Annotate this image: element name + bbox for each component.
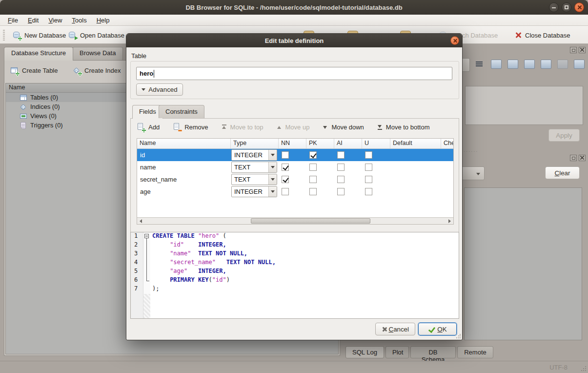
column-header-u[interactable]: U xyxy=(362,139,390,148)
dock-float-icon[interactable] xyxy=(570,47,577,53)
menu-help[interactable]: Help xyxy=(92,15,115,25)
default-cell[interactable] xyxy=(390,186,441,198)
u-checkbox-age[interactable] xyxy=(365,188,372,195)
window-titlebar[interactable]: DB Browser for SQLite - /home/user/code/… xyxy=(0,0,588,15)
move-up-button[interactable]: Move up xyxy=(277,124,310,131)
pk-checkbox-secret-name[interactable] xyxy=(309,176,317,183)
default-cell[interactable] xyxy=(390,173,441,186)
check-cell[interactable] xyxy=(441,161,454,173)
close-icon[interactable] xyxy=(574,2,584,12)
u-checkbox-id[interactable] xyxy=(365,151,372,159)
field-name-cell[interactable]: id xyxy=(137,149,231,161)
field-row-id[interactable]: idINTEGER xyxy=(137,149,453,161)
default-cell[interactable] xyxy=(390,149,441,161)
nn-checkbox-age[interactable] xyxy=(282,188,289,195)
column-header-name[interactable]: Name xyxy=(137,139,231,148)
fields-grid-hscrollbar[interactable] xyxy=(137,217,453,224)
new-database-button[interactable]: New Database xyxy=(13,29,66,41)
ai-checkbox-name[interactable] xyxy=(337,164,345,171)
u-checkbox-secret-name[interactable] xyxy=(365,176,372,183)
move-to-top-button[interactable]: Move to top xyxy=(222,124,264,131)
table-name-input[interactable]: hero xyxy=(136,67,452,80)
nn-checkbox-id[interactable] xyxy=(282,151,289,159)
ok-button[interactable]: OK xyxy=(418,323,457,335)
scrollbar-handle[interactable] xyxy=(251,218,370,224)
field-row-secret-name[interactable]: secret_nameTEXT xyxy=(137,173,453,186)
toolbar-drag-handle[interactable] xyxy=(3,30,5,41)
fold-collapse-icon[interactable] xyxy=(144,234,149,238)
check-cell[interactable] xyxy=(441,173,454,186)
clear-log-button[interactable]: Clear xyxy=(545,166,580,179)
ai-checkbox-id[interactable] xyxy=(337,151,345,159)
menu-edit[interactable]: Edit xyxy=(23,15,43,25)
menu-file[interactable]: File xyxy=(3,15,23,25)
move-down-button[interactable]: Move down xyxy=(323,124,364,131)
fold-marker[interactable] xyxy=(143,232,150,241)
minimize-icon[interactable] xyxy=(549,2,559,12)
set-null-icon[interactable] xyxy=(557,60,568,69)
menu-tools[interactable]: Tools xyxy=(67,15,91,25)
nn-checkbox-name[interactable] xyxy=(282,164,289,171)
pk-checkbox-id[interactable] xyxy=(309,151,317,159)
pk-checkbox-age[interactable] xyxy=(309,188,317,195)
check-cell[interactable] xyxy=(441,186,454,198)
advanced-toggle-button[interactable]: Advanced xyxy=(136,83,183,96)
print-icon[interactable] xyxy=(574,60,585,69)
move-to-bottom-button[interactable]: Move to bottom xyxy=(377,124,430,131)
field-row-age[interactable]: ageINTEGER xyxy=(137,186,453,198)
open-file-icon[interactable] xyxy=(491,60,502,69)
ai-checkbox-secret-name[interactable] xyxy=(337,176,345,183)
link-icon[interactable] xyxy=(541,60,551,69)
column-header-ai[interactable]: AI xyxy=(334,139,362,148)
menu-view[interactable]: View xyxy=(43,15,67,25)
nn-checkbox-secret-name[interactable] xyxy=(282,176,289,183)
dock-float-icon[interactable] xyxy=(570,155,577,161)
word-wrap-icon[interactable] xyxy=(474,60,485,69)
save-file-icon[interactable] xyxy=(507,60,518,69)
tab-sql-log[interactable]: SQL Log xyxy=(345,346,384,358)
column-header-pk[interactable]: PK xyxy=(306,139,334,148)
tab-browse-data[interactable]: Browse Data xyxy=(72,47,123,60)
check-cell[interactable] xyxy=(441,149,454,161)
dialog-resize-grip[interactable] xyxy=(456,333,461,338)
field-row-name[interactable]: nameTEXT xyxy=(137,161,453,173)
dock-splitter[interactable]: ....... xyxy=(461,147,478,153)
default-cell[interactable] xyxy=(390,161,441,173)
ai-checkbox-age[interactable] xyxy=(337,188,345,195)
remove-field-button[interactable]: Remove xyxy=(173,123,208,131)
field-name-cell[interactable]: name xyxy=(137,161,231,173)
column-header-nn[interactable]: NN xyxy=(279,139,306,148)
export-icon[interactable] xyxy=(524,60,535,69)
add-field-button[interactable]: Add xyxy=(137,123,160,131)
dialog-close-icon[interactable] xyxy=(450,36,459,45)
dock-close-icon[interactable] xyxy=(579,47,586,53)
tab-plot[interactable]: Plot xyxy=(385,346,409,358)
dialog-titlebar[interactable]: Edit table definition xyxy=(126,34,462,47)
create-index-button[interactable]: Create Index xyxy=(73,66,121,75)
field-name-cell[interactable]: secret_name xyxy=(137,173,231,186)
close-database-button[interactable]: Close Database xyxy=(515,29,570,41)
type-combo-name[interactable]: TEXT xyxy=(231,162,277,173)
type-combo-id[interactable]: INTEGER xyxy=(231,149,277,161)
u-checkbox-name[interactable] xyxy=(365,164,372,171)
edit-cell-textarea[interactable] xyxy=(465,86,583,125)
tab-constraints[interactable]: Constraints xyxy=(159,105,204,118)
scroll-left-icon[interactable] xyxy=(137,218,144,224)
type-combo-age[interactable]: INTEGER xyxy=(231,186,277,197)
scroll-right-icon[interactable] xyxy=(446,218,453,224)
column-header-default[interactable]: Default xyxy=(390,139,441,148)
column-header-check[interactable]: Check xyxy=(441,139,454,148)
field-name-cell[interactable]: age xyxy=(137,186,231,198)
column-header-type[interactable]: Type xyxy=(231,139,279,148)
dock-close-icon[interactable] xyxy=(579,155,586,161)
tab-db-schema[interactable]: DB Schema xyxy=(410,346,456,358)
open-database-button[interactable]: Open Database xyxy=(68,29,124,41)
tab-database-structure[interactable]: Database Structure xyxy=(4,47,73,61)
apply-button[interactable]: Apply xyxy=(548,129,580,142)
maximize-icon[interactable] xyxy=(562,2,571,12)
pk-checkbox-name[interactable] xyxy=(309,164,317,171)
type-combo-secret-name[interactable]: TEXT xyxy=(231,174,277,185)
cancel-button[interactable]: Cancel xyxy=(375,323,415,335)
tab-remote[interactable]: Remote xyxy=(457,346,493,358)
window-resize-grip[interactable] xyxy=(580,365,586,371)
